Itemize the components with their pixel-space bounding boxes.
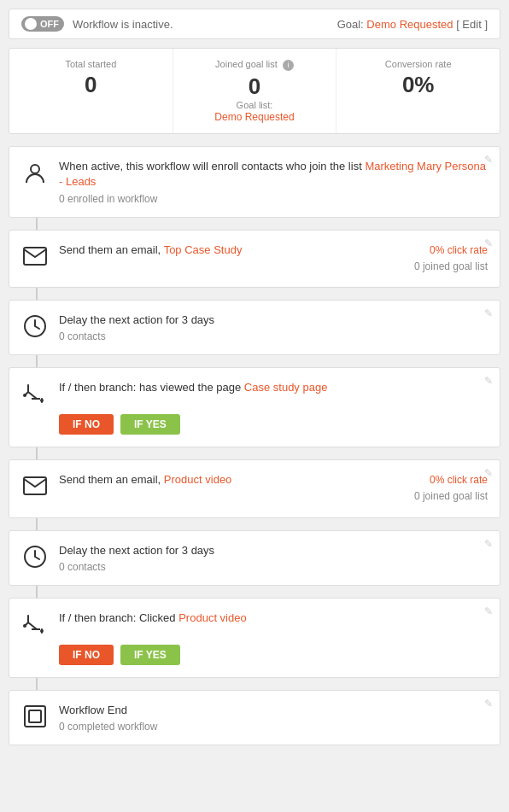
person-icon: [21, 159, 49, 186]
step-header-email1: Send them an email, Top Case Study0% cli…: [21, 242, 488, 275]
email-icon: [21, 472, 49, 499]
conversion-label: Conversion rate: [343, 59, 493, 69]
joined-goal: 0 joined goal list: [414, 259, 488, 275]
click-rate: 0% click rate: [414, 242, 488, 259]
step-content-delay1: Delay the next action for 3 days0 contac…: [59, 313, 488, 342]
step-title: If / then branch: has viewed the page Ca…: [59, 380, 488, 395]
workflow-toggle[interactable]: OFF: [21, 16, 64, 32]
step-content-delay2: Delay the next action for 3 days0 contac…: [59, 543, 488, 573]
if-no-button[interactable]: IF NO: [59, 414, 114, 435]
step-title: Workflow End: [59, 703, 488, 718]
if-no-button[interactable]: IF NO: [59, 645, 114, 665]
step-card-branch1: ✎ If / then branch: has viewed the page …: [9, 367, 500, 447]
connector: [36, 678, 38, 690]
step-title-text: If / then branch: has viewed the page: [59, 381, 241, 394]
svg-point-4: [23, 394, 26, 397]
goal-list-link[interactable]: Demo Requested: [214, 111, 294, 123]
step-card-delay1: ✎ Delay the next action for 3 days0 cont…: [9, 300, 500, 355]
toggle-circle: [25, 18, 37, 30]
connector: [36, 218, 38, 230]
step-title: Delay the next action for 3 days: [59, 313, 488, 328]
connector: [36, 288, 38, 300]
step-content-email2: Send them an email, Product video: [59, 472, 404, 488]
branch-icon: [21, 610, 49, 638]
connector: [36, 518, 38, 530]
step-title-link[interactable]: Product video: [164, 473, 232, 486]
edit-icon[interactable]: ✎: [484, 154, 493, 166]
click-rate: 0% click rate: [414, 472, 488, 488]
edit-icon[interactable]: ✎: [484, 605, 493, 617]
goal-link[interactable]: Demo Requested: [366, 18, 453, 31]
step-card-email1: ✎ Send them an email, Top Case Study0% c…: [9, 230, 500, 288]
edit-icon[interactable]: ✎: [484, 538, 493, 550]
step-card-delay2: ✎ Delay the next action for 3 days0 cont…: [9, 530, 500, 586]
edit-icon[interactable]: ✎: [484, 698, 493, 710]
if-yes-button[interactable]: IF YES: [120, 645, 180, 665]
goal-label: Goal:: [337, 18, 364, 31]
step-card-email2: ✎ Send them an email, Product video0% cl…: [9, 459, 500, 517]
step-title: Send them an email, Top Case Study: [59, 242, 404, 258]
step-title: When active, this workflow will enroll c…: [59, 159, 488, 190]
step-card-branch2: ✎ If / then branch: Clicked Product vide…: [9, 598, 500, 678]
step-content-branch1: If / then branch: has viewed the page Ca…: [59, 380, 488, 395]
conversion-value: 0%: [343, 73, 493, 97]
joined-goal: 0 joined goal list: [414, 488, 488, 505]
branch-buttons: IF NOIF YES: [59, 414, 488, 435]
step-title-text: Delay the next action for 3 days: [59, 313, 214, 326]
svg-point-8: [23, 624, 26, 628]
step-card-enroll: ✎ When active, this workflow will enroll…: [9, 146, 500, 217]
if-yes-button[interactable]: IF YES: [120, 414, 180, 435]
step-title-text: Send them an email,: [59, 473, 161, 486]
edit-link[interactable]: [ Edit ]: [456, 18, 488, 31]
svg-rect-9: [25, 706, 45, 727]
step-title: If / then branch: Clicked Product video: [59, 610, 488, 626]
step-title-text: Workflow End: [59, 704, 127, 716]
status-bar: OFF Workflow is inactive. Goal: Demo Req…: [9, 9, 500, 39]
step-stats: 0% click rate0 joined goal list: [414, 472, 488, 505]
step-title-link[interactable]: Case study page: [244, 381, 328, 394]
svg-point-7: [40, 629, 44, 633]
step-sub: 0 completed workflow: [59, 721, 488, 733]
stats-row: Total started 0 Joined goal list i 0 Goa…: [9, 48, 500, 134]
clock-icon: [21, 543, 49, 570]
info-icon: i: [283, 60, 294, 71]
connector: [36, 447, 38, 459]
joined-goal-value: 0: [180, 74, 330, 99]
step-sub: 0 enrolled in workflow: [59, 193, 488, 205]
step-header-enroll: When active, this workflow will enroll c…: [21, 159, 488, 204]
step-header-delay1: Delay the next action for 3 days0 contac…: [21, 313, 488, 342]
edit-icon[interactable]: ✎: [484, 375, 493, 387]
email-icon: [21, 242, 49, 270]
edit-icon[interactable]: ✎: [484, 307, 493, 319]
stat-conversion: Conversion rate 0%: [336, 49, 500, 133]
edit-icon[interactable]: ✎: [484, 237, 493, 249]
stat-joined-goal: Joined goal list i 0 Goal list: Demo Req…: [173, 49, 337, 133]
step-header-branch1: If / then branch: has viewed the page Ca…: [21, 380, 488, 407]
step-title: Delay the next action for 3 days: [59, 543, 488, 558]
connector: [36, 355, 38, 367]
step-title-link[interactable]: Top Case Study: [164, 243, 243, 256]
step-title: Send them an email, Product video: [59, 472, 404, 488]
svg-point-0: [31, 165, 39, 173]
branch-icon: [21, 380, 49, 407]
step-content-end: Workflow End0 completed workflow: [59, 703, 488, 733]
step-title-link[interactable]: Product video: [178, 611, 247, 624]
step-sub: 0 contacts: [59, 330, 488, 342]
step-header-delay2: Delay the next action for 3 days0 contac…: [21, 543, 488, 573]
step-title-text: When active, this workflow will enroll c…: [59, 160, 362, 172]
inactive-text: Workflow is inactive.: [73, 18, 173, 31]
toggle-label: OFF: [40, 19, 59, 29]
step-header-end: Workflow End0 completed workflow: [21, 703, 488, 733]
svg-point-3: [40, 399, 44, 402]
svg-rect-10: [29, 710, 41, 722]
edit-icon[interactable]: ✎: [484, 467, 493, 479]
step-sub: 0 contacts: [59, 561, 488, 573]
end-icon: [21, 703, 49, 730]
status-left: OFF Workflow is inactive.: [21, 16, 173, 32]
steps-container: ✎ When active, this workflow will enroll…: [9, 146, 500, 745]
goal-area: Goal: Demo Requested [ Edit ]: [337, 18, 488, 31]
step-content-email1: Send them an email, Top Case Study: [59, 242, 404, 258]
connector: [36, 586, 38, 598]
step-header-email2: Send them an email, Product video0% clic…: [21, 472, 488, 505]
step-title-text: If / then branch: Clicked: [59, 611, 176, 624]
